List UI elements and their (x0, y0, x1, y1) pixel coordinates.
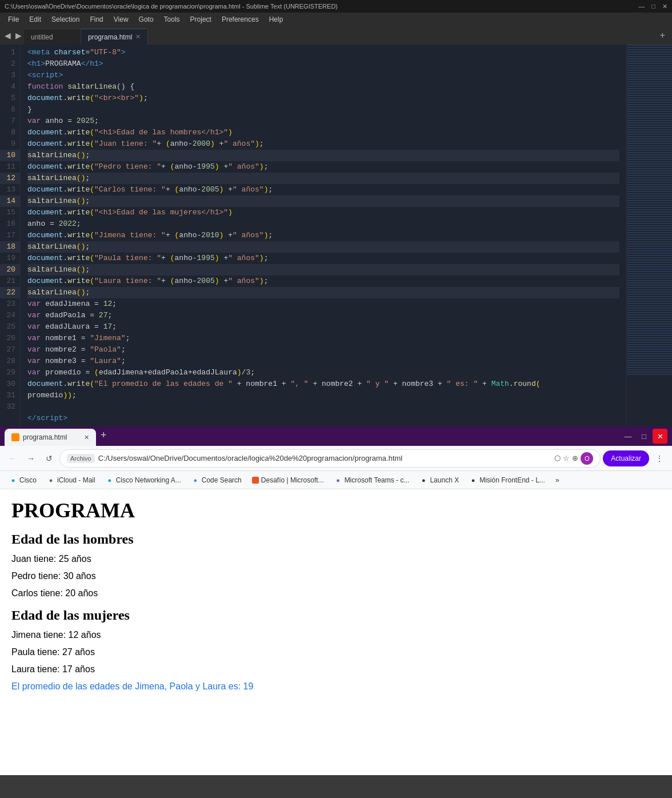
bookmark-icloud-icon: ● (47, 476, 55, 484)
maximize-btn[interactable]: □ (651, 3, 655, 10)
bookmark-mision-label: Misión FrontEnd - L... (479, 476, 545, 484)
menu-edit[interactable]: Edit (25, 14, 46, 25)
line-num-6: 6 (0, 104, 20, 115)
chrome-new-tab-button[interactable]: + (96, 426, 111, 444)
code-line-18: saltarLinea(); (27, 241, 619, 253)
code-line-27: var nombre2 = "Paola"; (27, 344, 619, 356)
code-line-11: document.write("Pedro tiene: "+ (anho-19… (27, 161, 619, 173)
line-num-3: 3 (0, 70, 20, 81)
code-line-20: saltarLinea(); (27, 264, 619, 276)
line-num-22: 22 (0, 287, 20, 298)
close-btn[interactable]: ✕ (662, 3, 667, 10)
share-icon[interactable]: ⬡ (554, 454, 561, 462)
bookmark-cisco-icon: ● (9, 476, 17, 484)
line-num-12: 12 (0, 173, 20, 184)
bookmark-teams[interactable]: ● Microsoft Teams - c... (330, 475, 414, 485)
bookmark-code-search-icon: ● (191, 476, 199, 484)
back-button[interactable]: ← (5, 450, 21, 466)
extension-icon[interactable]: ⊕ (572, 454, 578, 462)
bookmark-teams-icon: ● (334, 476, 342, 484)
code-line-17: document.write("Jimena tiene: "+ (anho-2… (27, 230, 619, 241)
new-tab-button[interactable]: + (655, 26, 670, 45)
code-line-6: } (27, 104, 619, 115)
bookmark-star-icon[interactable]: ☆ (563, 454, 570, 462)
code-line-14: saltarLinea(); (27, 195, 619, 207)
code-line-16: anho = 2022; (27, 218, 619, 230)
tab-nav-right[interactable]: ▶ (13, 26, 24, 45)
tab-nav-left[interactable]: ◀ (2, 26, 13, 45)
code-line-9: document.write("Juan tiene: "+ (anho-200… (27, 138, 619, 150)
line-numbers: 1 2 3 4 5 6 7 8 9 10 11 12 13 14 15 16 1… (0, 45, 21, 426)
minimize-btn[interactable]: — (638, 3, 645, 10)
code-line-12: saltarLinea(); (27, 173, 619, 184)
chrome-restore-btn[interactable]: □ (637, 429, 651, 444)
bookmark-cisco-net-label: Cisco Networking A... (116, 476, 181, 484)
bookmark-more[interactable]: » (551, 475, 564, 485)
chrome-window: programa.html ✕ + — □ ✕ ← → ↺ Archivo C:… (0, 426, 672, 775)
chrome-tab-programa[interactable]: programa.html ✕ (5, 429, 96, 446)
chrome-window-controls[interactable]: — □ ✕ (621, 429, 667, 444)
line-num-2: 2 (0, 58, 20, 70)
reload-button[interactable]: ↺ (41, 450, 57, 466)
bookmark-icloud[interactable]: ● iCloud - Mail (42, 475, 100, 485)
page-carlos: Carlos tiene: 20 años (11, 588, 661, 598)
bookmark-launch-x[interactable]: ● Launch X (415, 475, 463, 485)
code-line-19: document.write("Paula tiene: "+ (anho-19… (27, 253, 619, 264)
code-content[interactable]: <meta charset="UTF-8"> <h1>PROGRAMA</h1>… (21, 45, 626, 426)
bookmark-cisco[interactable]: ● Cisco (5, 475, 41, 485)
address-bar[interactable]: Archivo C:/Users/oswal/OneDrive/Document… (59, 449, 601, 468)
bookmark-cisco-networking[interactable]: ● Cisco Networking A... (101, 475, 186, 485)
menu-tools[interactable]: Tools (159, 14, 185, 25)
title-bar-title: C:\Users\oswal\OneDrive\Documentos\oracl… (5, 3, 338, 10)
page-content: PROGRAMA Edad de las hombres Juan tiene:… (0, 489, 672, 775)
menu-find[interactable]: Find (85, 14, 107, 25)
bookmark-code-search-label: Code Search (202, 476, 242, 484)
code-line-15: document.write("<h1>Edad de las mujeres<… (27, 207, 619, 218)
minimap (626, 45, 672, 426)
bookmark-desafio[interactable]: Desafío | Microsoft... (247, 475, 329, 485)
line-num-16: 16 (0, 218, 20, 230)
menu-help[interactable]: Help (265, 14, 288, 25)
line-num-26: 26 (0, 333, 20, 344)
line-num-29: 29 (0, 367, 20, 378)
update-button[interactable]: Actualizar (603, 450, 649, 466)
code-editor: 1 2 3 4 5 6 7 8 9 10 11 12 13 14 15 16 1… (0, 45, 672, 426)
chrome-minimize-btn[interactable]: — (621, 429, 635, 444)
line-num-20: 20 (0, 264, 20, 276)
code-line-5: document.write("<br><br>"); (27, 93, 619, 104)
code-line-28: var nombre3 = "Laura"; (27, 356, 619, 367)
menu-project[interactable]: Project (186, 14, 216, 25)
bookmark-more-label: » (555, 476, 559, 484)
line-num-28: 28 (0, 356, 20, 367)
tab-untitled[interactable]: untitled (24, 29, 81, 45)
menu-file[interactable]: File (3, 14, 23, 25)
tab-close-icon[interactable]: ✕ (135, 33, 141, 41)
menu-selection[interactable]: Selection (47, 14, 84, 25)
menu-preferences[interactable]: Preferences (217, 14, 263, 25)
tab-programa-html[interactable]: programa.html ✕ (81, 29, 148, 45)
line-num-11: 11 (0, 161, 20, 173)
line-num-14: 14 (0, 195, 20, 207)
tab-untitled-label: untitled (31, 33, 53, 41)
chrome-menu-button[interactable]: ⋮ (651, 450, 667, 466)
title-bar-controls[interactable]: — □ ✕ (638, 3, 667, 10)
code-line-22: saltarLinea(); (27, 287, 619, 298)
profile-icon[interactable]: O (581, 452, 593, 465)
line-num-27: 27 (0, 344, 20, 356)
code-line-13: document.write("Carlos tiene: "+ (anho-2… (27, 184, 619, 195)
line-num-4: 4 (0, 81, 20, 93)
bookmark-cisco-net-icon: ● (106, 476, 114, 484)
menu-view[interactable]: View (109, 14, 133, 25)
forward-button[interactable]: → (23, 450, 39, 466)
menu-goto[interactable]: Goto (134, 14, 158, 25)
bookmark-mision-frontend[interactable]: ● Misión FrontEnd - L... (465, 475, 550, 485)
line-num-17: 17 (0, 230, 20, 241)
code-line-1: <meta charset="UTF-8"> (27, 47, 619, 58)
line-num-23: 23 (0, 298, 20, 310)
chrome-close-btn[interactable]: ✕ (653, 429, 667, 444)
chrome-tab-close-icon[interactable]: ✕ (84, 434, 89, 441)
bookmark-code-search[interactable]: ● Code Search (187, 475, 246, 485)
code-line-31 (27, 401, 619, 413)
address-action-icons: ⬡ ☆ ⊕ O (554, 452, 593, 465)
bookmark-teams-label: Microsoft Teams - c... (345, 476, 410, 484)
